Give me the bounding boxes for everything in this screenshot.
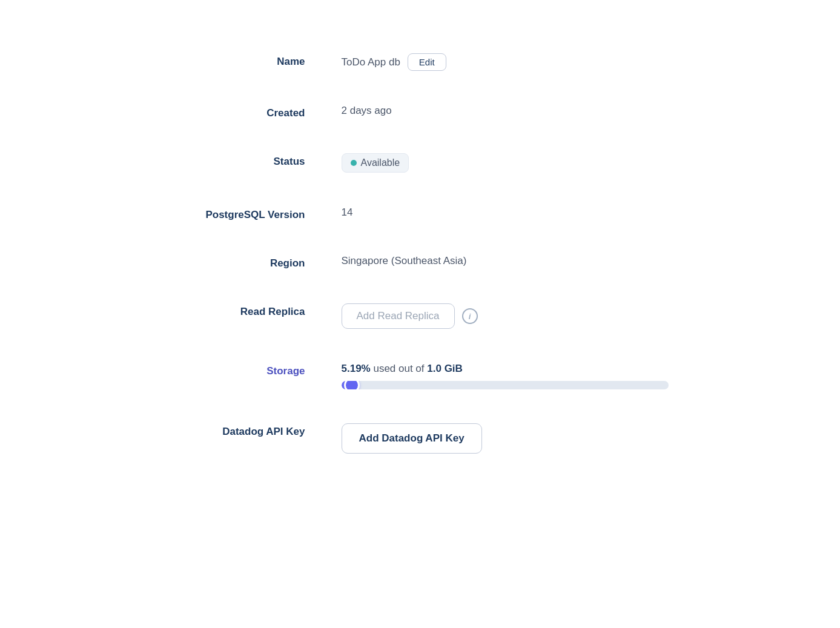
- status-label: Status: [172, 153, 342, 168]
- postgresql-version-text: 14: [342, 207, 353, 219]
- read-replica-row: Read Replica Add Read Replica i: [172, 286, 669, 346]
- datadog-value-group: Add Datadog API Key: [342, 423, 669, 454]
- name-value-group: ToDo App db Edit: [342, 53, 669, 71]
- status-badge: Available: [342, 153, 409, 173]
- storage-rest: used out of: [371, 363, 428, 374]
- created-text: 2 days ago: [342, 105, 392, 117]
- storage-percentage: 5.19%: [342, 363, 371, 374]
- storage-progress-bar-background: [342, 381, 669, 389]
- created-row: Created 2 days ago: [172, 88, 669, 136]
- postgresql-version-value: 14: [342, 207, 669, 219]
- region-value: Singapore (Southeast Asia): [342, 255, 669, 267]
- main-container: Name ToDo App db Edit Created 2 days ago…: [148, 0, 693, 507]
- datadog-label: Datadog API Key: [172, 423, 342, 438]
- storage-row: Storage 5.19% used out of 1.0 GiB: [172, 346, 669, 406]
- storage-value-group: 5.19% used out of 1.0 GiB: [342, 363, 669, 389]
- name-value: ToDo App db: [342, 56, 400, 68]
- status-dot: [351, 160, 357, 166]
- postgresql-version-label: PostgreSQL Version: [172, 207, 342, 221]
- storage-label: Storage: [172, 363, 342, 377]
- datadog-row: Datadog API Key Add Datadog API Key: [172, 406, 669, 471]
- storage-progress-bar-fill: [342, 381, 359, 389]
- status-row: Status Available: [172, 136, 669, 190]
- status-text: Available: [361, 157, 400, 168]
- add-read-replica-button[interactable]: Add Read Replica: [342, 303, 455, 329]
- add-datadog-api-key-button[interactable]: Add Datadog API Key: [342, 423, 482, 454]
- read-replica-label: Read Replica: [172, 303, 342, 318]
- created-label: Created: [172, 105, 342, 119]
- created-value: 2 days ago: [342, 105, 669, 117]
- postgresql-version-row: PostgreSQL Version 14: [172, 190, 669, 238]
- storage-wrapper: 5.19% used out of 1.0 GiB: [342, 363, 669, 389]
- name-label: Name: [172, 53, 342, 68]
- status-value-group: Available: [342, 153, 669, 173]
- edit-button[interactable]: Edit: [408, 53, 446, 71]
- info-icon[interactable]: i: [462, 308, 478, 324]
- region-row: Region Singapore (Southeast Asia): [172, 238, 669, 286]
- storage-capacity: 1.0 GiB: [427, 363, 463, 374]
- name-row: Name ToDo App db Edit: [172, 36, 669, 88]
- region-text: Singapore (Southeast Asia): [342, 255, 467, 267]
- read-replica-value-group: Add Read Replica i: [342, 303, 669, 329]
- region-label: Region: [172, 255, 342, 269]
- storage-text: 5.19% used out of 1.0 GiB: [342, 363, 669, 375]
